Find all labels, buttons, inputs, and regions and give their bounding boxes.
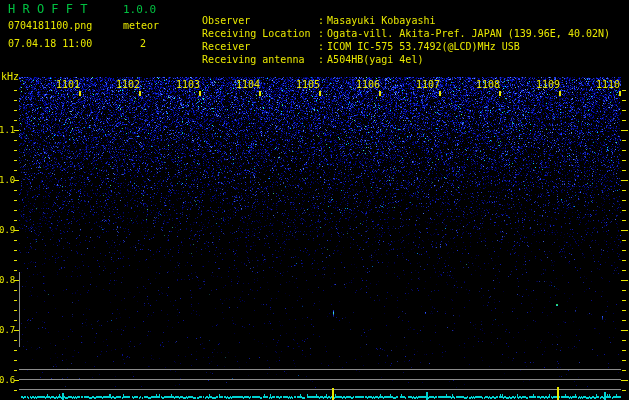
time-axis-label: 1102 <box>113 79 140 90</box>
info-label: Receiving antenna <box>202 54 318 65</box>
freq-axis-label: 1.0 <box>0 175 15 185</box>
freq-unit-label: kHz <box>1 71 19 82</box>
info-row-antenna: Receiving antenna:A504HB(yagi 4el) <box>178 43 423 76</box>
time-axis-label: 1104 <box>233 79 260 90</box>
time-axis-label: 1109 <box>533 79 560 90</box>
meteor-count: 2 <box>140 38 146 49</box>
time-axis-label: 1105 <box>293 79 320 90</box>
observation-mode: meteor <box>123 20 159 31</box>
freq-axis-label: 0.9 <box>0 225 15 235</box>
capture-datetime: 07.04.18 11:00 <box>8 38 92 49</box>
time-axis-label: 1103 <box>173 79 200 90</box>
freq-axis-label: 0.6 <box>0 375 15 385</box>
app-title: H R O F F T <box>8 2 87 16</box>
info-value: A504HB(yagi 4el) <box>327 54 423 65</box>
time-axis-label: 1110 <box>593 79 620 90</box>
time-axis-label: 1106 <box>353 79 380 90</box>
capture-filename: 0704181100.png <box>8 20 92 31</box>
hrofft-screen: H R O F F T 1.0.0 0704181100.png meteor … <box>0 0 629 400</box>
freq-axis-label: 0.8 <box>0 275 15 285</box>
app-version: 1.0.0 <box>123 3 156 16</box>
freq-axis-label: 0.7 <box>0 325 15 335</box>
time-axis-label: 1101 <box>53 79 80 90</box>
info-separator: : <box>318 54 327 65</box>
time-axis-label: 1107 <box>413 79 440 90</box>
freq-axis-label: 1.1 <box>0 125 15 135</box>
time-axis-label: 1108 <box>473 79 500 90</box>
